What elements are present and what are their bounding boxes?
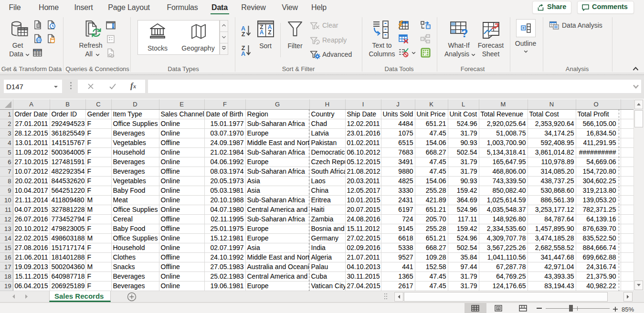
svg-text:Z: Z — [268, 29, 271, 36]
svg-text:?: ? — [461, 27, 468, 39]
svg-text:A: A — [260, 29, 264, 36]
svg-text:A: A — [241, 51, 245, 56]
svg-text:Z: Z — [242, 31, 245, 37]
